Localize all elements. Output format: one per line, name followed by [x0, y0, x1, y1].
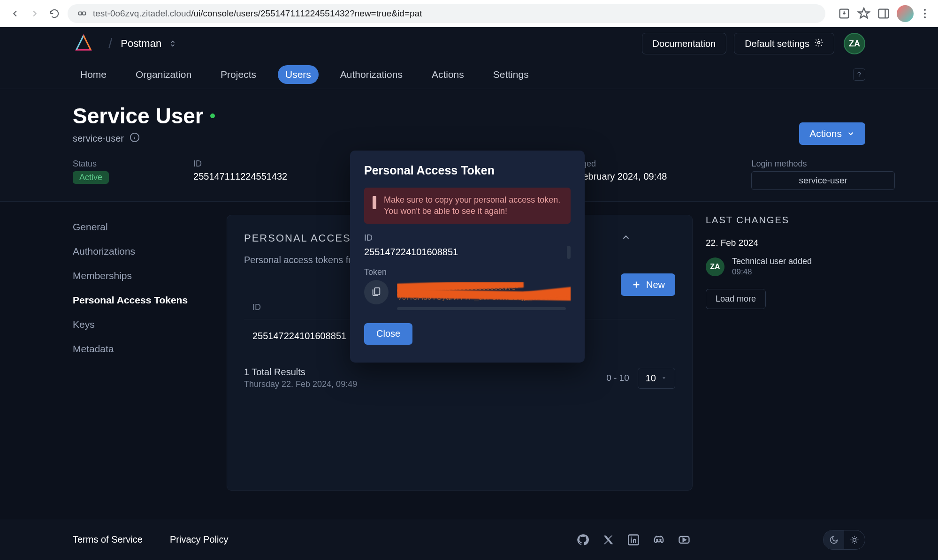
- app-header: / Postman Documentation Default settings…: [0, 27, 938, 60]
- close-button[interactable]: Close: [364, 323, 412, 345]
- actions-button[interactable]: Actions: [799, 122, 865, 145]
- sidebar-item-general[interactable]: General: [73, 215, 214, 239]
- scrollbar[interactable]: [567, 246, 571, 259]
- reload-button[interactable]: [48, 7, 61, 20]
- light-mode-button[interactable]: [844, 530, 865, 549]
- stat-status: Status Active: [73, 159, 109, 190]
- load-more-button[interactable]: Load more: [706, 289, 766, 309]
- token-value: 7JxaEpxcEJXqSxxxxxxxxxxxxWe- VJHCAuJTSya…: [397, 282, 571, 302]
- privacy-link[interactable]: Privacy Policy: [170, 534, 228, 545]
- sidebar-item-keys[interactable]: Keys: [73, 312, 214, 337]
- bookmark-icon[interactable]: [857, 7, 870, 20]
- page-subtitle: service-user: [73, 132, 799, 145]
- documentation-link[interactable]: Documentation: [642, 33, 727, 54]
- status-badge: Active: [73, 171, 109, 184]
- main-nav: Home Organization Projects Users Authori…: [0, 60, 938, 89]
- svg-point-9: [660, 539, 661, 540]
- nav-users[interactable]: Users: [278, 65, 319, 84]
- change-time: 09:48: [732, 267, 812, 277]
- warning-box: Make sure to copy your personal access t…: [364, 188, 571, 224]
- app: / Postman Documentation Default settings…: [0, 27, 938, 560]
- svg-rect-1: [83, 12, 85, 15]
- stat-id: ID 255147111224551432: [193, 159, 287, 190]
- clipboard-icon: [371, 286, 381, 298]
- nav-authorizations[interactable]: Authorizations: [333, 65, 410, 84]
- change-date: 22. Feb 2024: [706, 238, 865, 248]
- app-footer: Terms of Service Privacy Policy: [0, 519, 938, 560]
- page-header: Service User service-user Actions: [0, 89, 938, 154]
- svg-rect-0: [79, 12, 82, 15]
- sidebar-item-memberships[interactable]: Memberships: [73, 264, 214, 288]
- modal-title: Personal Access Token: [364, 164, 571, 177]
- table-footer: 1 Total Results Thursday 22. Feb 2024, 0…: [244, 367, 675, 389]
- install-app-icon[interactable]: [838, 7, 851, 20]
- svg-point-8: [656, 539, 657, 540]
- page-size-dropdown[interactable]: 10: [638, 368, 675, 389]
- change-avatar: ZA: [706, 257, 724, 276]
- svg-point-4: [818, 41, 820, 44]
- warning-text: Make sure to copy your personal access t…: [384, 194, 562, 217]
- collapse-icon[interactable]: [621, 232, 675, 244]
- warning-icon: [373, 196, 376, 209]
- pat-modal: Personal Access Token Make sure to copy …: [350, 151, 585, 363]
- svg-rect-6: [374, 288, 380, 295]
- status-dot-icon: [210, 114, 215, 118]
- svg-rect-3: [879, 9, 889, 18]
- last-changes-title: LAST CHANGES: [706, 215, 865, 226]
- forward-button[interactable]: [28, 7, 41, 20]
- default-settings-button[interactable]: Default settings: [734, 33, 834, 54]
- org-name: Postman: [121, 38, 161, 50]
- stat-login: Login methods service-user: [751, 159, 894, 190]
- discord-icon[interactable]: [651, 532, 666, 547]
- help-button[interactable]: ?: [853, 68, 865, 81]
- content-panel: PERSONAL ACCESS TOKENS Personal access t…: [227, 215, 693, 491]
- change-item: ZA Technical user added 09:48: [706, 257, 865, 277]
- profile-avatar[interactable]: [897, 5, 914, 22]
- new-button[interactable]: New: [621, 273, 675, 296]
- nav-home[interactable]: Home: [73, 65, 114, 84]
- info-icon[interactable]: [130, 132, 140, 145]
- last-changes-panel: LAST CHANGES 22. Feb 2024 ZA Technical u…: [706, 215, 865, 491]
- nav-projects[interactable]: Projects: [213, 65, 264, 84]
- url-text: test-0o6zvq.zitadel.cloud/ui/console/use…: [93, 8, 422, 19]
- change-title: Technical user added: [732, 257, 812, 266]
- back-button[interactable]: [8, 7, 22, 20]
- dark-mode-button[interactable]: [824, 530, 844, 549]
- social-links: [575, 532, 692, 547]
- nav-settings[interactable]: Settings: [486, 65, 536, 84]
- modal-token-label: Token: [364, 267, 571, 277]
- svg-point-11: [853, 538, 856, 541]
- browser-chrome: test-0o6zvq.zitadel.cloud/ui/console/use…: [0, 0, 938, 27]
- page-range: 0 - 10: [606, 373, 629, 383]
- theme-toggle[interactable]: [823, 530, 865, 550]
- sidebar-item-metadata[interactable]: Metadata: [73, 337, 214, 361]
- main-area: General Authorizations Memberships Perso…: [0, 201, 938, 519]
- panel-icon[interactable]: [877, 7, 890, 20]
- detail-sidebar: General Authorizations Memberships Perso…: [73, 215, 214, 491]
- modal-id-value: 255147224101608851: [364, 247, 458, 257]
- logo[interactable]: [73, 33, 94, 54]
- x-icon[interactable]: [601, 532, 616, 547]
- gear-icon: [814, 38, 824, 50]
- login-method-box[interactable]: service-user: [751, 171, 894, 190]
- sidebar-item-authorizations[interactable]: Authorizations: [73, 239, 214, 264]
- github-icon[interactable]: [575, 532, 590, 547]
- address-bar[interactable]: test-0o6zvq.zitadel.cloud/ui/console/use…: [68, 4, 825, 23]
- results-count: 1 Total Results: [244, 367, 357, 378]
- copy-token-button[interactable]: [364, 280, 389, 304]
- token-scrollbar[interactable]: [397, 307, 566, 310]
- page-title: Service User: [73, 103, 799, 129]
- linkedin-icon[interactable]: [626, 532, 641, 547]
- org-picker[interactable]: Postman: [121, 38, 176, 50]
- nav-actions[interactable]: Actions: [424, 65, 472, 84]
- youtube-icon[interactable]: [677, 532, 692, 547]
- results-time: Thursday 22. Feb 2024, 09:49: [244, 379, 357, 389]
- modal-id-label: ID: [364, 233, 571, 243]
- site-info-icon[interactable]: [77, 8, 87, 19]
- tos-link[interactable]: Terms of Service: [73, 534, 143, 545]
- user-avatar[interactable]: ZA: [844, 33, 865, 54]
- nav-organization[interactable]: Organization: [128, 65, 199, 84]
- menu-icon[interactable]: [920, 9, 930, 18]
- slash-separator: /: [108, 36, 112, 52]
- sidebar-item-pat[interactable]: Personal Access Tokens: [73, 288, 214, 312]
